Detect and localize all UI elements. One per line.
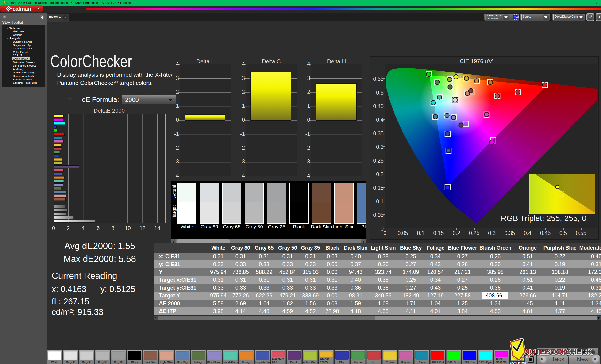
svg-text:NOTEBOOK: NOTEBOOK (524, 347, 567, 356)
svg-text:CHECK: CHECK (566, 347, 592, 356)
